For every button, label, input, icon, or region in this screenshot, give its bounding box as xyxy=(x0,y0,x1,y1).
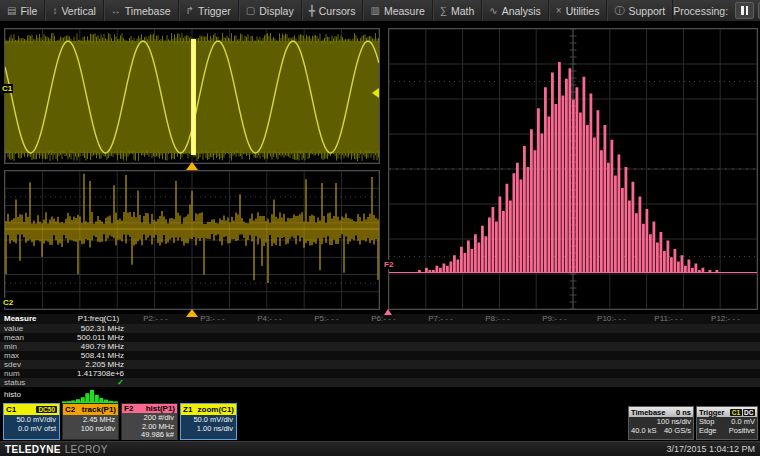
menu-support-label: Support xyxy=(628,5,665,17)
c2-tdiv: 100 ns/div xyxy=(63,425,115,434)
menu-file[interactable]: ▤File xyxy=(0,0,45,21)
measure-row-num: num1.417308e+6 xyxy=(0,369,760,378)
measure-col-p7[interactable]: P7:- - - xyxy=(412,314,469,324)
histogram-panel[interactable] xyxy=(388,28,758,310)
menu-right-controls: Processing: ▶ Default Undo ↶ xyxy=(673,0,760,21)
trigger-level-arrow[interactable] xyxy=(372,88,379,98)
menu-math[interactable]: ∑Math xyxy=(433,0,482,21)
support-icon: ⓘ xyxy=(614,4,624,18)
histo-thumbnail xyxy=(62,389,118,403)
menu-vertical[interactable]: ↕Vertical xyxy=(45,0,103,21)
measure-col-p2[interactable]: P2:- - - xyxy=(127,314,184,324)
waveform-panel-track[interactable] xyxy=(4,170,380,310)
descriptor-c1[interactable]: C1 DC50 50.0 mV/div 0.0 mV ofst xyxy=(3,403,60,440)
trigger-slope: Positive xyxy=(729,427,755,436)
measure-col-p9[interactable]: P9:- - - xyxy=(526,314,583,324)
trigger-title: Trigger xyxy=(699,408,724,417)
f2-id: F2 xyxy=(124,404,133,413)
display-icon: ▢ xyxy=(246,5,255,16)
zoom-position-marker[interactable] xyxy=(186,162,198,170)
measure-row-status: status✓ xyxy=(0,378,760,387)
measure-row-min: min490.79 MHz xyxy=(0,342,760,351)
timebase-rate: 40 GS/s xyxy=(664,427,691,436)
menu-trigger[interactable]: ↱Trigger xyxy=(179,0,239,21)
measure-icon: ▥ xyxy=(370,5,379,16)
utilities-icon: × xyxy=(556,5,562,16)
measure-col-p12[interactable]: P12:- - - xyxy=(697,314,754,324)
menu-file-label: File xyxy=(20,5,37,17)
menu-measure-label: Measure xyxy=(384,5,425,17)
brand-teledyne: TELEDYNE xyxy=(5,444,61,455)
trigger-source-badge: C1 xyxy=(730,409,741,416)
f2-population: 49.986 k# xyxy=(122,431,174,440)
menu-display[interactable]: ▢Display xyxy=(239,0,302,21)
timebase-box[interactable]: Timebase 0 ns 100 ns/div 40.0 kS40 GS/s xyxy=(628,406,694,440)
measure-col-p4[interactable]: P4:- - - xyxy=(241,314,298,324)
z1-id: Z1 xyxy=(183,405,192,414)
timebase-header: Timebase 0 ns xyxy=(629,407,693,417)
trigger-type: Edge xyxy=(699,427,717,436)
timebase-samples: 40.0 kS xyxy=(631,427,656,436)
menu-analysis-label: Analysis xyxy=(502,5,541,17)
menu-bar: ▤File ↕Vertical ↔Timebase ↱Trigger ▢Disp… xyxy=(0,0,760,22)
timebase-offset: 0 ns xyxy=(676,408,691,417)
menu-measure[interactable]: ▥Measure xyxy=(363,0,432,21)
histogram-position-marker[interactable] xyxy=(384,309,392,315)
status-bar: TELEDYNE LECROY 3/17/2015 1:04:12 PM xyxy=(0,441,760,456)
descriptor-c2-header: C2 track(P1) xyxy=(63,404,118,415)
c2-title: track(P1) xyxy=(82,405,116,414)
measure-row-mean: mean500.011 MHz xyxy=(0,333,760,342)
file-icon: ▤ xyxy=(7,5,16,16)
menu-trigger-label: Trigger xyxy=(198,5,231,17)
trigger-box[interactable]: Trigger C1 DC Stop0.0 mV EdgePositive xyxy=(696,406,758,440)
cursors-icon: ╋ xyxy=(309,5,315,16)
f2-histogram xyxy=(389,29,757,309)
menu-timebase[interactable]: ↔Timebase xyxy=(104,0,179,21)
c2-track-waveform xyxy=(5,171,379,309)
menu-timebase-label: Timebase xyxy=(125,5,171,17)
menu-utilities[interactable]: ×Utilities xyxy=(549,0,608,21)
descriptor-c2[interactable]: C2 track(P1) 2.45 MHz 100 ns/div xyxy=(62,403,119,440)
f2-title: hist(P1) xyxy=(146,404,175,413)
trigger-coupling-badge: DC xyxy=(743,409,755,416)
c1-coupling-badge: DC50 xyxy=(36,406,57,413)
descriptor-z1[interactable]: Z1 zoom(C1) 50.0 mV/div 1.00 ns/div xyxy=(180,403,237,440)
c1-id: C1 xyxy=(6,405,16,414)
measure-col-p5[interactable]: P5:- - - xyxy=(298,314,355,324)
measure-table: Measure P1:freq(C1) P2:- - - P3:- - - P4… xyxy=(0,314,760,387)
f2-trace-label: F2 xyxy=(383,260,394,269)
menu-cursors[interactable]: ╋Cursors xyxy=(302,0,364,21)
pause-button[interactable] xyxy=(735,2,754,19)
status-check-icon: ✓ xyxy=(70,378,124,387)
menu-cursors-label: Cursors xyxy=(319,5,356,17)
z1-tdiv: 1.00 ns/div xyxy=(181,425,233,434)
measure-title: Measure xyxy=(4,314,70,324)
trigger-position-marker[interactable] xyxy=(186,309,198,317)
descriptor-f2-header: F2 hist(P1) xyxy=(122,404,177,413)
c2-trace-label: C2 xyxy=(2,298,14,307)
menu-analysis[interactable]: ∿Analysis xyxy=(482,0,549,21)
timebase-icon: ↔ xyxy=(111,5,121,16)
measure-col-p11[interactable]: P11:- - - xyxy=(640,314,697,324)
menu-support[interactable]: ⓘSupport xyxy=(607,0,673,21)
measure-col-p1[interactable]: P1:freq(C1) xyxy=(70,314,127,324)
processing-label: Processing: xyxy=(673,5,728,17)
trigger-header: Trigger C1 DC xyxy=(697,407,757,417)
descriptor-f2[interactable]: F2 hist(P1) 200 #/div 2.00 MHz 49.986 k# xyxy=(121,403,178,440)
menu-utilities-label: Utilities xyxy=(566,5,600,17)
menu-math-label: Math xyxy=(451,5,474,17)
measure-col-p6[interactable]: P6:- - - xyxy=(355,314,412,324)
measure-row-value: value502.31 MHz xyxy=(0,324,760,333)
measure-col-p8[interactable]: P8:- - - xyxy=(469,314,526,324)
c1-trace-label: C1 xyxy=(1,84,13,93)
c2-id: C2 xyxy=(65,405,75,414)
measure-col-p10[interactable]: P10:- - - xyxy=(583,314,640,324)
measure-header-row: Measure P1:freq(C1) P2:- - - P3:- - - P4… xyxy=(0,314,760,324)
z1-title: zoom(C1) xyxy=(198,405,234,414)
waveform-panel-c1[interactable] xyxy=(4,28,380,164)
histo-label: histo xyxy=(4,390,21,399)
oscilloscope-screen: ▤File ↕Vertical ↔Timebase ↱Trigger ▢Disp… xyxy=(0,0,760,456)
measure-row-sdev: sdev2.205 MHz xyxy=(0,360,760,369)
math-icon: ∑ xyxy=(440,5,447,16)
descriptor-z1-header: Z1 zoom(C1) xyxy=(181,404,236,415)
